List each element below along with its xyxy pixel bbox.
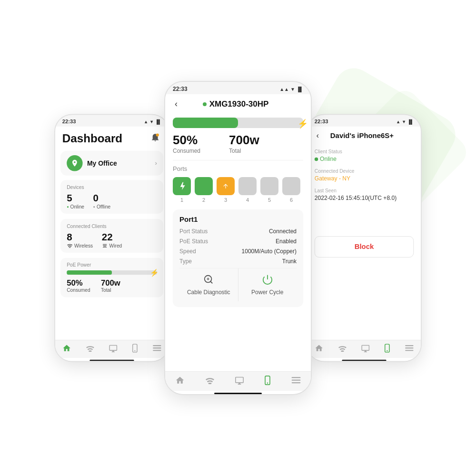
center-title-group: XMG1930-30HP (203, 99, 269, 109)
back-button-center[interactable]: ‹ (173, 97, 179, 111)
port-box-4 (238, 177, 257, 195)
speed-value: 1000M/Auto (Copper) (242, 248, 297, 255)
center-phone: 22:33 ▲▲ ▼ ▐▌ ‹ XMG1930-30HP ⚡ (164, 81, 312, 395)
speed-label: Speed (179, 248, 196, 255)
power-total-label: Total (229, 148, 259, 154)
devices-row: 5 ● Online 0 ● Offline (67, 192, 157, 209)
wired-count: 22 (102, 231, 122, 243)
poe-total: 700w Total (101, 278, 120, 293)
port-status-label: Port Status (179, 228, 208, 235)
wireless-count: 8 (67, 231, 93, 243)
client-online-dot (315, 157, 318, 160)
svg-rect-5 (153, 350, 161, 351)
clients-label: Connected Clients (67, 223, 157, 228)
chevron-icon: › (155, 159, 157, 167)
wifi-right-icon: ▼ (402, 119, 406, 124)
bottom-nav-right (307, 340, 421, 358)
left-phone: 22:33 ▲ ▼ ▐▌ Dashboard (54, 114, 169, 362)
clients-card: Connected Clients 8 Wireless 22 Wired (60, 219, 163, 253)
wifi-status-icon: ▼ (290, 87, 295, 92)
last-seen-section: Last Seen 2022-02-16 15:45:10(UTC +8.0) (315, 188, 414, 201)
status-bar-center: 22:33 ▲▲ ▼ ▐▌ (165, 82, 311, 94)
power-cycle-btn[interactable]: Power Cycle (238, 268, 297, 301)
port-item-2[interactable]: 2 (195, 177, 213, 203)
nav-center-phone[interactable] (264, 376, 271, 385)
phones-container: 22:33 ▲ ▼ ▐▌ Dashboard (5, 81, 471, 395)
power-cycle-icon (262, 274, 273, 287)
status-bar-right: 22:33 ▲ ▼ ▐▌ (307, 115, 421, 126)
nav-right-wifi[interactable] (338, 345, 347, 352)
devices-online-label: ● Online (67, 204, 84, 209)
bell-icon[interactable] (149, 132, 161, 144)
poe-lightning-icon: ⚡ (150, 268, 159, 277)
office-left: My Office (67, 155, 117, 171)
clients-wired: 22 Wired (102, 231, 122, 248)
nav-center-home[interactable] (175, 376, 185, 385)
svg-rect-9 (291, 377, 300, 378)
nav-center-menu[interactable] (291, 377, 301, 384)
poe-stats: 50% Consumed 700w Total (67, 278, 157, 293)
nav-wifi[interactable] (86, 345, 95, 352)
back-button-right[interactable]: ‹ (315, 129, 321, 142)
port-status-row: Port Status Connected (179, 228, 297, 235)
type-value: Trunk (282, 258, 297, 265)
online-dot: ● (67, 205, 69, 208)
nav-phone[interactable] (132, 344, 138, 353)
right-header: ‹ David's iPhone6S+ (307, 127, 421, 145)
devices-online-count: 5 (67, 192, 84, 204)
power-bar-fill (173, 118, 238, 128)
port-number-6: 6 (290, 197, 293, 203)
power-total-value: 700w (229, 133, 259, 148)
poe-card: PoE Power ⚡ 50% Consumed 700w Total (60, 258, 163, 298)
battery-right-icon: ▐▌ (407, 119, 414, 124)
nav-monitor[interactable] (109, 344, 118, 352)
poe-status-value: Enabled (276, 238, 297, 245)
poe-consumed: 50% Consumed (67, 278, 90, 293)
svg-point-0 (156, 134, 159, 137)
time-center: 22:33 (173, 86, 188, 92)
status-icons-center: ▲▲ ▼ ▐▌ (279, 87, 303, 92)
port-status-value: Connected (269, 228, 297, 235)
nav-home[interactable] (62, 344, 71, 353)
nav-right-menu[interactable] (405, 345, 414, 351)
port-box-6 (282, 177, 300, 195)
status-icons-right: ▲ ▼ ▐▌ (396, 119, 414, 124)
poe-total-label: Total (101, 288, 120, 293)
time-left: 22:33 (62, 119, 76, 125)
bottom-nav-center (165, 371, 311, 391)
port-item-6[interactable]: 6 (282, 177, 300, 203)
block-button[interactable]: Block (315, 236, 414, 258)
nav-right-phone[interactable] (384, 344, 390, 353)
port-item-1[interactable]: 1 (173, 177, 191, 203)
nav-menu[interactable] (152, 345, 161, 351)
action-row: Cable Diagnostic Power Cycle (179, 268, 297, 301)
nav-right-monitor[interactable] (361, 344, 370, 352)
right-title: David's iPhone6S+ (330, 131, 394, 139)
connected-device-section: Connected Device Gateway - NY (315, 169, 414, 182)
office-row[interactable]: My Office › (60, 151, 163, 176)
nav-underline-center (214, 393, 262, 394)
port-number-1: 1 (180, 197, 183, 203)
center-title: XMG1930-30HP (209, 99, 269, 109)
nav-underline-right (342, 360, 387, 361)
port-item-5[interactable]: 5 (260, 177, 278, 203)
nav-center-monitor[interactable] (235, 376, 244, 385)
svg-point-8 (267, 383, 268, 384)
center-header: ‹ XMG1930-30HP (165, 94, 311, 114)
port-item-3[interactable]: 3 (217, 177, 235, 203)
nav-underline-left (90, 360, 134, 361)
power-total: 700w Total (229, 133, 259, 154)
client-status-section: Client Status Online (315, 149, 414, 162)
status-icons-left: ▲ ▼ ▐▌ (144, 119, 161, 124)
nav-center-wifi[interactable] (205, 377, 215, 384)
port-number-2: 2 (202, 197, 205, 203)
cable-diagnostic-btn[interactable]: Cable Diagnostic (179, 268, 238, 301)
center-screen: ‹ XMG1930-30HP ⚡ 50% Consumed (165, 94, 311, 394)
port-item-4[interactable]: 4 (238, 177, 257, 203)
nav-right-home[interactable] (315, 344, 324, 353)
poe-consumed-label: Consumed (67, 288, 90, 293)
devices-offline: 0 ● Offline (93, 192, 111, 209)
power-bar-wrap: ⚡ (173, 118, 303, 128)
port-box-1 (173, 177, 191, 195)
signal-bars-icon: ▲▲ (279, 87, 289, 92)
